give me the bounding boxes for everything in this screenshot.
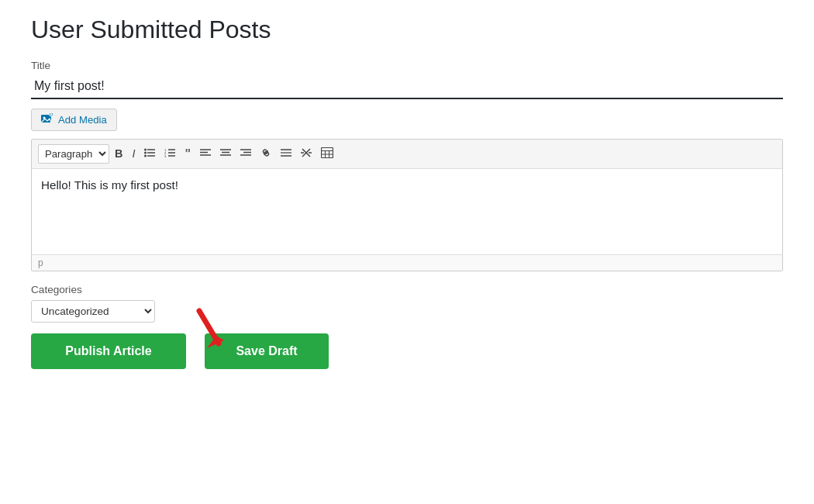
add-media-button[interactable]: Add Media	[31, 109, 117, 131]
add-media-label: Add Media	[58, 114, 107, 126]
action-buttons-row: Publish Article Save Draft	[31, 333, 783, 369]
svg-text:3.: 3.	[164, 154, 167, 157]
save-draft-button[interactable]: Save Draft	[205, 333, 329, 369]
svg-rect-33	[322, 148, 333, 158]
link-button[interactable]	[257, 145, 275, 162]
categories-wrapper: Categories Uncategorized General News Bl…	[31, 284, 783, 333]
ordered-list-button[interactable]: 1.2.3.	[160, 146, 179, 161]
svg-point-10	[144, 155, 147, 157]
editor-content[interactable]: Hello! This is my first post!	[32, 169, 782, 254]
editor-toolbar: Paragraph Heading 1 Heading 2 Heading 3 …	[32, 140, 782, 169]
media-icon	[41, 113, 53, 126]
bold-button[interactable]: B	[111, 146, 126, 161]
italic-button[interactable]: I	[128, 146, 139, 161]
editor-footer: p	[32, 254, 782, 271]
format-select[interactable]: Paragraph Heading 1 Heading 2 Heading 3	[38, 144, 109, 164]
editor-wrapper: Paragraph Heading 1 Heading 2 Heading 3 …	[31, 139, 783, 271]
table-button[interactable]	[317, 145, 337, 162]
blockquote-button[interactable]: "	[181, 146, 195, 163]
align-right-button[interactable]	[236, 146, 255, 161]
horizontal-rule-button[interactable]	[277, 146, 295, 161]
title-input[interactable]	[31, 74, 783, 99]
special-chars-button[interactable]	[297, 145, 316, 162]
categories-label: Categories	[31, 284, 783, 295]
svg-point-9	[144, 152, 147, 154]
align-left-button[interactable]	[196, 146, 215, 161]
page-title: User Submitted Posts	[31, 16, 783, 44]
categories-select[interactable]: Uncategorized General News Blog	[31, 300, 155, 323]
title-label: Title	[31, 60, 783, 71]
svg-point-8	[144, 149, 147, 151]
publish-article-button[interactable]: Publish Article	[31, 333, 186, 369]
title-field-wrapper: Title	[31, 60, 783, 109]
unordered-list-button[interactable]	[140, 146, 159, 161]
align-center-button[interactable]	[216, 146, 235, 161]
